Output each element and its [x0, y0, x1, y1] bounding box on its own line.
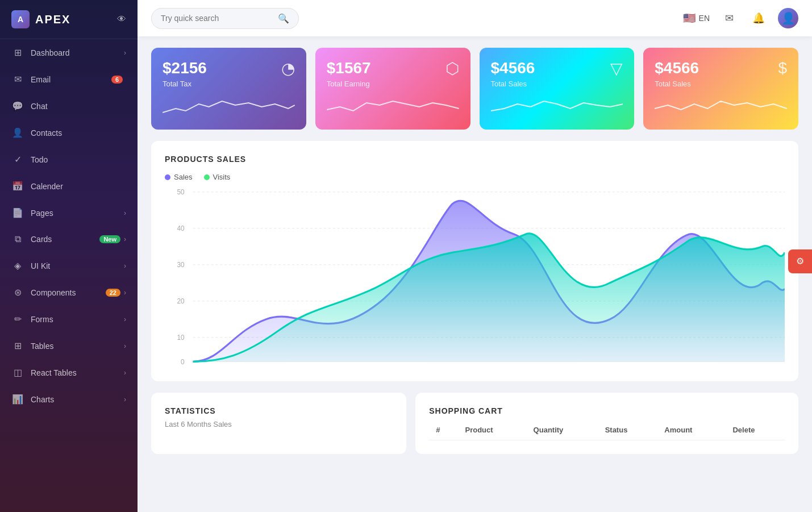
mail-button[interactable]: ✉	[719, 8, 739, 28]
sidebar-item-contacts[interactable]: 👤 Contacts	[0, 119, 138, 146]
charts-icon: 📊	[11, 394, 24, 405]
filter-icon: ▽	[610, 59, 623, 78]
avatar[interactable]: 👤	[778, 8, 798, 28]
svg-text:4: 4	[451, 366, 455, 368]
legend-sales: Sales	[165, 173, 193, 181]
search-input[interactable]	[161, 14, 273, 23]
dashboard-icon: ⊞	[11, 47, 24, 58]
sparkline-sales-green	[491, 93, 623, 118]
header: 🔍 🇺🇸 EN ✉ 🔔 👤	[138, 0, 812, 36]
logo-icon: A	[11, 10, 30, 28]
sidebar-item-pages[interactable]: 📄 Pages ›	[0, 199, 138, 226]
sidebar-item-charts[interactable]: 📊 Charts ›	[0, 386, 138, 413]
forms-icon: ✏	[11, 314, 24, 324]
sales-label: Sales	[174, 173, 193, 181]
sidebar-item-label: Pages	[31, 209, 124, 218]
contacts-icon: 👤	[11, 127, 24, 138]
chart-area: 50 40 30 20 10 0 1 2 3 4 5 6 7 8	[165, 186, 785, 368]
sidebar-item-uikit[interactable]: ◈ UI Kit ›	[0, 252, 138, 279]
uikit-icon: ◈	[11, 260, 24, 271]
shopping-cart-title: SHOPPING CART	[429, 406, 785, 415]
sidebar-item-email[interactable]: ✉ Email 6	[0, 66, 138, 93]
sidebar-item-forms[interactable]: ✏ Forms ›	[0, 306, 138, 332]
svg-text:50: 50	[177, 188, 184, 196]
flag-icon: 🇺🇸	[683, 12, 696, 24]
col-product: Product	[458, 420, 526, 440]
svg-text:0: 0	[181, 357, 185, 365]
settings-button[interactable]: ⚙	[788, 249, 812, 273]
sidebar-item-react-tables[interactable]: ◫ React Tables ›	[0, 359, 138, 386]
svg-text:30: 30	[177, 261, 184, 269]
chart-title: PRODUCTS SALES	[165, 155, 785, 164]
col-quantity: Quantity	[527, 420, 598, 440]
stat-value: $2156	[163, 59, 207, 77]
chat-icon: 💬	[11, 101, 24, 111]
svg-text:5: 5	[529, 366, 533, 368]
react-tables-icon: ◫	[11, 367, 24, 378]
legend-visits: Visits	[204, 173, 231, 181]
svg-text:10: 10	[177, 334, 184, 342]
svg-text:40: 40	[177, 224, 184, 232]
stat-label: Total Sales	[655, 80, 699, 88]
col-amount: Amount	[657, 420, 726, 440]
email-badge: 6	[111, 76, 123, 84]
svg-text:7: 7	[687, 366, 691, 368]
sidebar-item-label: Components	[31, 288, 106, 297]
stat-value: $4566	[491, 59, 535, 77]
svg-text:8: 8	[760, 366, 764, 368]
eye-icon[interactable]: 👁	[117, 14, 126, 24]
sidebar-item-label: Chat	[31, 102, 126, 111]
statistics-title: STATISTICS	[165, 406, 393, 415]
todo-icon: ✓	[11, 154, 24, 165]
arrow-icon: ›	[124, 235, 126, 243]
sidebar-item-cards[interactable]: ⧉ Cards New ›	[0, 226, 138, 252]
sidebar-item-label: Todo	[31, 155, 126, 164]
arrow-icon: ›	[124, 289, 126, 297]
sidebar: A APEX 👁 ⊞ Dashboard › ✉ Email 6 💬 Chat …	[0, 0, 138, 512]
arrow-icon: ›	[124, 369, 126, 377]
sidebar-item-label: Calender	[31, 182, 126, 191]
main-content: 🔍 🇺🇸 EN ✉ 🔔 👤 $2156 Total Tax	[138, 0, 812, 512]
shopping-cart-section: SHOPPING CART # Product Quantity Status …	[415, 393, 798, 454]
sidebar-item-label: Charts	[31, 395, 124, 404]
content-area: $2156 Total Tax ◔ $1567 Total Earning	[138, 36, 812, 512]
statistics-section: STATISTICS Last 6 Months Sales	[151, 393, 406, 454]
cube-icon: ⬡	[445, 59, 459, 78]
sidebar-item-dashboard[interactable]: ⊞ Dashboard ›	[0, 39, 138, 66]
arrow-icon: ›	[124, 396, 126, 403]
components-icon: ⊛	[11, 287, 24, 298]
svg-text:6: 6	[608, 366, 612, 368]
sparkline-earning	[327, 93, 459, 118]
sidebar-logo: A APEX 👁	[0, 0, 138, 39]
sidebar-item-label: Cards	[31, 235, 99, 244]
stat-card-total-sales-green: $4566 Total Sales ▽	[480, 48, 635, 130]
sidebar-item-chat[interactable]: 💬 Chat	[0, 93, 138, 119]
sidebar-item-calender[interactable]: 📅 Calender	[0, 173, 138, 199]
email-icon: ✉	[11, 74, 24, 85]
chart-legend: Sales Visits	[165, 173, 785, 181]
pages-icon: 📄	[11, 207, 24, 218]
stat-card-total-tax: $2156 Total Tax ◔	[151, 48, 306, 130]
sidebar-item-tables[interactable]: ⊞ Tables ›	[0, 332, 138, 359]
stat-label: Total Tax	[163, 80, 207, 88]
visits-dot	[204, 174, 210, 180]
search-box[interactable]: 🔍	[151, 8, 299, 29]
svg-text:20: 20	[177, 297, 184, 305]
tables-icon: ⊞	[11, 340, 24, 351]
cards-badge: New	[99, 235, 120, 243]
col-hash: #	[429, 420, 458, 440]
pie-chart-icon: ◔	[281, 59, 295, 78]
svg-text:2: 2	[293, 366, 297, 368]
svg-text:1: 1	[214, 366, 218, 368]
arrow-icon: ›	[124, 342, 126, 350]
sidebar-item-todo[interactable]: ✓ Todo	[0, 146, 138, 173]
header-right: 🇺🇸 EN ✉ 🔔 👤	[683, 8, 798, 28]
bottom-row: STATISTICS Last 6 Months Sales SHOPPING …	[151, 393, 798, 454]
stat-card-total-sales-pink: $4566 Total Sales $	[643, 48, 798, 130]
language-label: EN	[699, 14, 710, 23]
sidebar-item-label: Forms	[31, 315, 124, 324]
sidebar-item-components[interactable]: ⊛ Components 22 ›	[0, 279, 138, 306]
notifications-button[interactable]: 🔔	[748, 8, 769, 28]
statistics-subtitle: Last 6 Months Sales	[165, 420, 393, 428]
language-selector[interactable]: 🇺🇸 EN	[683, 12, 710, 24]
